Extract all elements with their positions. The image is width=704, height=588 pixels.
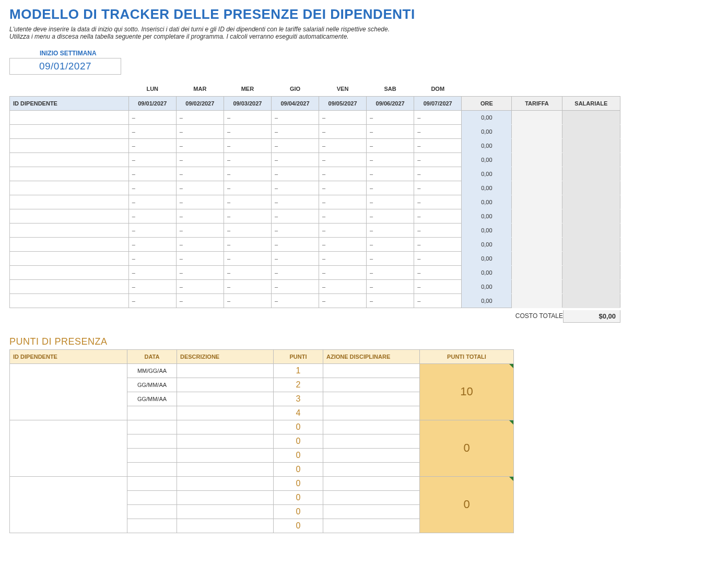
employee-id-cell[interactable] <box>10 167 129 181</box>
points-desc-cell[interactable] <box>177 490 274 504</box>
points-desc-cell[interactable] <box>177 476 274 490</box>
shift-cell[interactable]: – <box>367 152 414 167</box>
shift-cell[interactable]: – <box>319 279 367 293</box>
shift-cell[interactable]: – <box>367 209 414 223</box>
shift-cell[interactable]: – <box>128 181 176 195</box>
shift-cell[interactable]: – <box>414 209 462 223</box>
points-date-cell[interactable] <box>127 406 177 420</box>
shift-cell[interactable]: – <box>367 124 414 138</box>
points-action-cell[interactable] <box>323 434 420 448</box>
shift-cell[interactable]: – <box>128 251 176 265</box>
points-value-cell[interactable]: 0 <box>274 420 323 434</box>
shift-cell[interactable]: – <box>176 237 224 251</box>
points-desc-cell[interactable] <box>177 406 274 420</box>
employee-id-cell[interactable] <box>10 124 129 138</box>
points-value-cell[interactable]: 0 <box>274 490 323 504</box>
employee-id-cell[interactable] <box>10 181 129 195</box>
employee-id-cell[interactable] <box>10 237 129 251</box>
points-value-cell[interactable]: 3 <box>274 392 323 406</box>
shift-cell[interactable]: – <box>176 293 224 308</box>
shift-cell[interactable]: – <box>319 209 367 223</box>
points-action-cell[interactable] <box>323 448 420 462</box>
shift-cell[interactable]: – <box>319 223 367 237</box>
points-desc-cell[interactable] <box>177 448 274 462</box>
points-desc-cell[interactable] <box>177 434 274 448</box>
shift-cell[interactable]: – <box>271 167 319 181</box>
points-action-cell[interactable] <box>323 462 420 476</box>
shift-cell[interactable]: – <box>271 293 319 308</box>
shift-cell[interactable]: – <box>128 265 176 279</box>
shift-cell[interactable]: – <box>414 279 462 293</box>
shift-cell[interactable]: – <box>128 209 176 223</box>
shift-cell[interactable]: – <box>224 279 271 293</box>
points-action-cell[interactable] <box>323 519 420 533</box>
shift-cell[interactable]: – <box>176 251 224 265</box>
points-date-cell[interactable] <box>127 476 177 490</box>
shift-cell[interactable]: – <box>128 110 176 124</box>
points-value-cell[interactable]: 0 <box>274 434 323 448</box>
points-value-cell[interactable]: 0 <box>274 476 323 490</box>
points-action-cell[interactable] <box>323 392 420 406</box>
shift-cell[interactable]: – <box>271 195 319 209</box>
shift-cell[interactable]: – <box>414 124 462 138</box>
shift-cell[interactable]: – <box>224 223 271 237</box>
shift-cell[interactable]: – <box>319 138 367 152</box>
shift-cell[interactable]: – <box>176 195 224 209</box>
shift-cell[interactable]: – <box>224 181 271 195</box>
points-date-cell[interactable] <box>127 434 177 448</box>
shift-cell[interactable]: – <box>224 209 271 223</box>
points-value-cell[interactable]: 0 <box>274 462 323 476</box>
shift-cell[interactable]: – <box>319 124 367 138</box>
points-desc-cell[interactable] <box>177 519 274 533</box>
shift-cell[interactable]: – <box>367 265 414 279</box>
employee-id-cell[interactable] <box>10 279 129 293</box>
shift-cell[interactable]: – <box>224 265 271 279</box>
shift-cell[interactable]: – <box>367 279 414 293</box>
points-value-cell[interactable]: 0 <box>274 519 323 533</box>
shift-cell[interactable]: – <box>224 124 271 138</box>
shift-cell[interactable]: – <box>319 110 367 124</box>
shift-cell[interactable]: – <box>414 167 462 181</box>
points-date-cell[interactable] <box>127 448 177 462</box>
shift-cell[interactable]: – <box>128 195 176 209</box>
points-date-cell[interactable] <box>127 504 177 519</box>
shift-cell[interactable]: – <box>224 167 271 181</box>
shift-cell[interactable]: – <box>224 195 271 209</box>
shift-cell[interactable]: – <box>414 265 462 279</box>
points-desc-cell[interactable] <box>177 504 274 519</box>
shift-cell[interactable]: – <box>271 152 319 167</box>
shift-cell[interactable]: – <box>224 237 271 251</box>
points-date-cell[interactable] <box>127 420 177 434</box>
shift-cell[interactable]: – <box>128 124 176 138</box>
points-value-cell[interactable]: 0 <box>274 448 323 462</box>
shift-cell[interactable]: – <box>176 181 224 195</box>
points-desc-cell[interactable] <box>177 462 274 476</box>
shift-cell[interactable]: – <box>319 251 367 265</box>
shift-cell[interactable]: – <box>271 279 319 293</box>
shift-cell[interactable]: – <box>414 293 462 308</box>
shift-cell[interactable]: – <box>319 181 367 195</box>
points-action-cell[interactable] <box>323 378 420 392</box>
shift-cell[interactable]: – <box>271 138 319 152</box>
shift-cell[interactable]: – <box>414 195 462 209</box>
shift-cell[interactable]: – <box>128 279 176 293</box>
points-desc-cell[interactable] <box>177 378 274 392</box>
shift-cell[interactable]: – <box>271 110 319 124</box>
shift-cell[interactable]: – <box>128 237 176 251</box>
points-employee-id[interactable] <box>10 476 127 533</box>
points-employee-id[interactable] <box>10 420 127 476</box>
shift-cell[interactable]: – <box>271 124 319 138</box>
points-action-cell[interactable] <box>323 490 420 504</box>
shift-cell[interactable]: – <box>128 167 176 181</box>
shift-cell[interactable]: – <box>176 209 224 223</box>
shift-cell[interactable]: – <box>367 293 414 308</box>
employee-id-cell[interactable] <box>10 110 129 124</box>
shift-cell[interactable]: – <box>367 251 414 265</box>
shift-cell[interactable]: – <box>367 181 414 195</box>
shift-cell[interactable]: – <box>319 167 367 181</box>
shift-cell[interactable]: – <box>271 265 319 279</box>
shift-cell[interactable]: – <box>271 223 319 237</box>
shift-cell[interactable]: – <box>128 152 176 167</box>
shift-cell[interactable]: – <box>224 110 271 124</box>
shift-cell[interactable]: – <box>414 181 462 195</box>
